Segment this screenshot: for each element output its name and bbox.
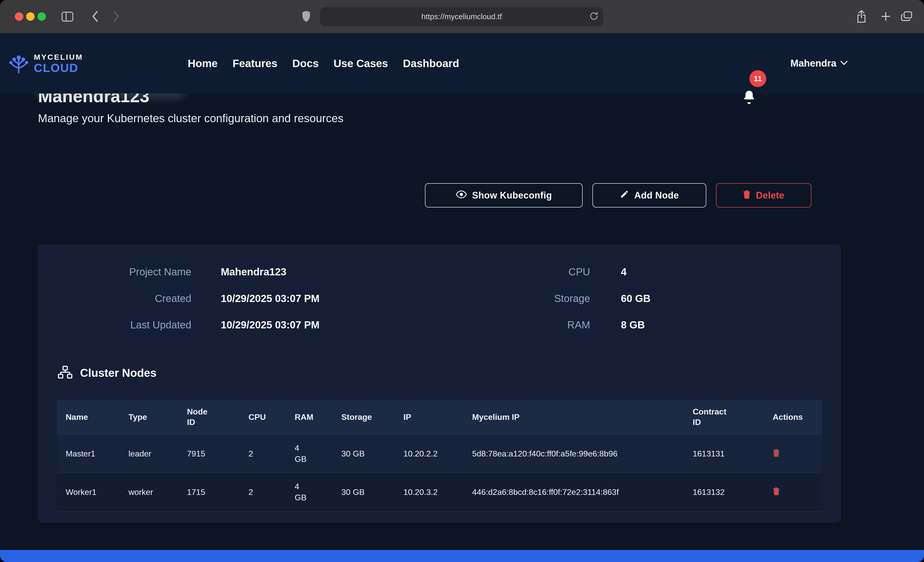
user-menu[interactable]: Mahendra <box>790 33 848 94</box>
cpu-label: CPU <box>447 265 590 278</box>
table-header-row: Name Type Node ID CPU RAM Storage IP Myc… <box>57 400 822 435</box>
add-node-label: Add Node <box>634 190 679 201</box>
col-storage: Storage <box>332 400 394 435</box>
ram-label: RAM <box>447 318 590 331</box>
page-subtitle: Manage your Kubernetes cluster configura… <box>38 112 344 125</box>
storage-label: Storage <box>447 292 590 305</box>
storage-value: 60 GB <box>621 292 651 305</box>
col-ram: RAM <box>286 400 332 435</box>
browser-window: https://myceliumcloud.tf <box>0 0 924 562</box>
user-name: Mahendra <box>790 58 836 69</box>
cluster-action-buttons: Show Kubeconfig Add Node Delete <box>425 183 812 208</box>
cell-mycelium-ip: 5d8:78ea:a120:f40c:ff0f:a5fe:99e6:8b96 <box>463 435 684 473</box>
chevron-down-icon <box>840 61 848 66</box>
project-name-value: Mahendra123 <box>221 265 286 278</box>
reload-icon[interactable] <box>590 11 598 22</box>
add-node-button[interactable]: Add Node <box>592 183 706 208</box>
last-updated-label: Last Updated <box>48 318 191 331</box>
cell-ram: 4 GB <box>286 473 332 511</box>
created-label: Created <box>48 292 191 305</box>
notification-bell-icon[interactable] <box>742 90 756 106</box>
show-kubeconfig-label: Show Kubeconfig <box>472 190 552 201</box>
created-value: 10/29/2025 03:07 PM <box>221 292 320 305</box>
cell-contract-id: 1613132 <box>684 473 764 511</box>
ram-value: 8 GB <box>621 318 645 331</box>
privacy-shield-icon[interactable] <box>302 11 311 22</box>
page-content: Mahendra123 Manage your Kubernetes clust… <box>0 94 924 550</box>
notification-badge: 11 <box>749 70 766 87</box>
window-minimize-button[interactable] <box>26 12 34 21</box>
last-updated-value: 10/29/2025 03:07 PM <box>221 318 320 331</box>
pencil-icon <box>620 190 629 201</box>
footer-strip <box>0 550 924 562</box>
window-zoom-button[interactable] <box>38 12 46 21</box>
window-close-button[interactable] <box>15 12 23 21</box>
cell-actions <box>764 473 822 511</box>
logo-line1: MYCELIUM <box>34 53 83 61</box>
sitemap-icon <box>58 366 72 380</box>
col-type: Type <box>120 400 178 435</box>
delete-node-button[interactable] <box>773 487 780 496</box>
cell-type: leader <box>120 435 178 473</box>
cluster-details-card: Project Name Mahendra123 Created 10/29/2… <box>38 245 841 523</box>
logo-icon <box>7 51 30 76</box>
nav-links: Home Features Docs Use Cases Dashboard <box>188 33 459 94</box>
cell-name: Worker1 <box>57 473 120 511</box>
logo[interactable]: MYCELIUM CLOUD <box>7 33 83 94</box>
col-ip: IP <box>394 400 463 435</box>
address-bar[interactable]: https://myceliumcloud.tf <box>320 7 603 26</box>
cell-contract-id: 1613131 <box>684 435 764 473</box>
cell-ram: 4 GB <box>286 435 332 473</box>
tab-overview-icon[interactable] <box>901 11 912 22</box>
delete-node-button[interactable] <box>773 448 780 458</box>
cell-node-id: 7915 <box>178 435 240 473</box>
nav-link-features[interactable]: Features <box>232 57 278 70</box>
cell-cpu: 2 <box>240 435 286 473</box>
project-name-label: Project Name <box>48 265 191 278</box>
new-tab-icon[interactable] <box>880 11 891 21</box>
show-kubeconfig-button[interactable]: Show Kubeconfig <box>425 183 583 208</box>
browser-toolbar: https://myceliumcloud.tf <box>0 0 924 33</box>
nav-link-docs[interactable]: Docs <box>292 57 319 70</box>
col-cpu: CPU <box>240 400 286 435</box>
cell-ip: 10.20.3.2 <box>394 473 463 511</box>
table-row: Worker1 worker 1715 2 4 GB 30 GB 10.20.3… <box>57 473 822 511</box>
cpu-value: 4 <box>621 265 627 278</box>
share-icon[interactable] <box>856 10 867 23</box>
cell-name: Master1 <box>57 435 120 473</box>
nav-link-home[interactable]: Home <box>188 57 218 70</box>
table-row: Master1 leader 7915 2 4 GB 30 GB 10.20.2… <box>57 435 822 473</box>
eye-icon <box>456 190 467 201</box>
site-navbar: MYCELIUM CLOUD Home Features Docs Use Ca… <box>0 33 924 94</box>
cell-mycelium-ip: 446:d2a6:8bcd:8c16:ff0f:72e2:3114:863f <box>463 473 684 511</box>
cell-type: worker <box>120 473 178 511</box>
delete-label: Delete <box>756 190 784 201</box>
delete-cluster-button[interactable]: Delete <box>716 183 812 208</box>
col-actions: Actions <box>764 400 822 435</box>
col-node-id: Node ID <box>178 400 240 435</box>
trash-icon <box>743 190 751 201</box>
nav-link-dashboard[interactable]: Dashboard <box>403 57 459 70</box>
sidebar-toggle-icon[interactable] <box>61 11 74 22</box>
logo-text: MYCELIUM CLOUD <box>34 53 83 74</box>
logo-line2: CLOUD <box>34 62 83 74</box>
url-text: https://myceliumcloud.tf <box>422 12 502 21</box>
cell-storage: 30 GB <box>332 435 394 473</box>
cell-actions <box>764 435 822 473</box>
cell-node-id: 1715 <box>178 473 240 511</box>
back-icon[interactable] <box>92 11 98 22</box>
col-name: Name <box>57 400 120 435</box>
cluster-nodes-table: Name Type Node ID CPU RAM Storage IP Myc… <box>57 400 822 511</box>
cell-cpu: 2 <box>240 473 286 511</box>
nav-link-use-cases[interactable]: Use Cases <box>333 57 388 70</box>
forward-icon[interactable] <box>113 11 120 22</box>
cluster-nodes-title: Cluster Nodes <box>80 366 156 380</box>
cluster-nodes-header: Cluster Nodes <box>58 366 156 380</box>
cell-ip: 10.20.2.2 <box>394 435 463 473</box>
col-mycelium-ip: Mycelium IP <box>463 400 684 435</box>
cell-storage: 30 GB <box>332 473 394 511</box>
col-contract-id: Contract ID <box>684 400 764 435</box>
